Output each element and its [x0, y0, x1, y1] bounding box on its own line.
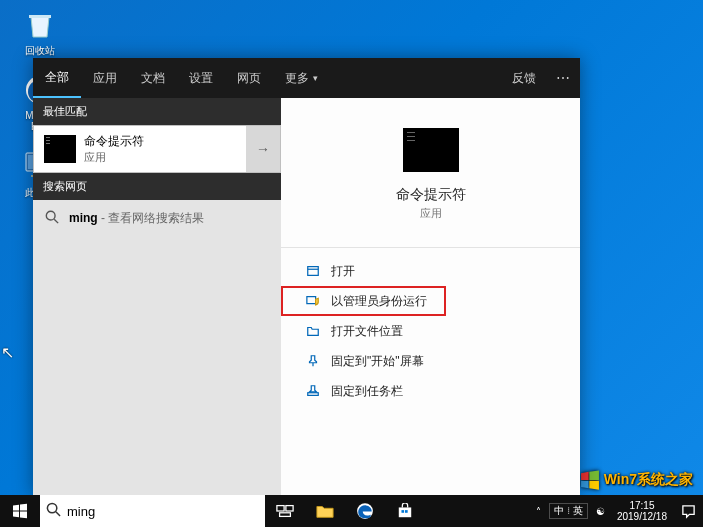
task-view-icon	[276, 504, 294, 518]
tab-more[interactable]: 更多▾	[273, 58, 330, 98]
recycle-bin-icon	[22, 6, 58, 42]
ime-lang-1: 中	[554, 505, 564, 516]
clock-date: 2019/12/18	[617, 511, 667, 522]
chevron-down-icon: ▾	[313, 73, 318, 83]
action-run-as-admin[interactable]: 以管理员身份运行	[281, 286, 446, 316]
admin-shield-icon	[305, 293, 321, 309]
taskbar-app-edge[interactable]	[345, 495, 385, 527]
search-flyout: 全部 应用 文档 设置 网页 更多▾ 反馈 ⋯ 最佳匹配 命令提示符 应用 → …	[33, 58, 580, 496]
expand-preview-button[interactable]: →	[246, 126, 280, 172]
svg-rect-13	[286, 506, 293, 511]
ime-mode-icon[interactable]: ☯	[596, 506, 605, 517]
task-view-button[interactable]	[265, 495, 305, 527]
desktop-icon-recycle-bin[interactable]: 回收站	[12, 6, 68, 58]
taskbar-clock[interactable]: 17:15 2019/12/18	[613, 500, 671, 522]
ime-indicator[interactable]: 中 ⁞ 英	[549, 503, 588, 519]
watermark-text: Win7系统之家	[604, 471, 693, 489]
svg-rect-14	[280, 513, 291, 517]
tab-settings[interactable]: 设置	[177, 58, 225, 98]
svg-point-5	[46, 211, 55, 220]
file-explorer-icon	[316, 503, 334, 519]
web-result-query: ming	[69, 211, 98, 225]
taskbar: ˄ 中 ⁞ 英 ☯ 17:15 2019/12/18	[0, 495, 703, 527]
taskbar-app-store[interactable]	[385, 495, 425, 527]
action-pin-to-taskbar[interactable]: 固定到任务栏	[281, 376, 580, 406]
action-center-button[interactable]	[679, 502, 697, 520]
action-label: 打开文件位置	[331, 325, 403, 337]
taskbar-search-box[interactable]	[40, 495, 265, 527]
mouse-cursor-icon: ↖	[1, 343, 14, 362]
watermark: Win7系统之家	[579, 469, 693, 491]
search-results-panel: 最佳匹配 命令提示符 应用 → 搜索网页 ming - 查看网络搜索结果	[33, 98, 281, 496]
svg-rect-17	[405, 510, 408, 513]
svg-rect-16	[401, 510, 404, 513]
options-button[interactable]: ⋯	[546, 70, 580, 86]
svg-point-10	[47, 503, 56, 512]
web-result-suffix: - 查看网络搜索结果	[98, 211, 205, 225]
cmd-icon	[44, 135, 76, 163]
clock-time: 17:15	[617, 500, 667, 511]
more-horizontal-icon: ⋯	[556, 70, 570, 86]
best-match-title: 命令提示符	[84, 133, 246, 150]
svg-line-6	[54, 219, 58, 223]
search-preview-panel: 命令提示符 应用 打开 以管理员身份运行 打开文件位置 固定到"开始"屏幕	[281, 98, 580, 496]
svg-line-11	[56, 511, 60, 515]
notification-icon	[681, 504, 696, 519]
open-icon	[305, 263, 321, 279]
web-search-result[interactable]: ming - 查看网络搜索结果	[33, 200, 281, 237]
tab-web[interactable]: 网页	[225, 58, 273, 98]
folder-icon	[305, 323, 321, 339]
section-best-match: 最佳匹配	[33, 98, 281, 125]
svg-rect-7	[308, 267, 319, 276]
action-open[interactable]: 打开	[281, 256, 580, 286]
taskbar-app-explorer[interactable]	[305, 495, 345, 527]
arrow-right-icon: →	[256, 141, 270, 157]
section-web: 搜索网页	[33, 173, 281, 200]
system-tray: ˄ 中 ⁞ 英 ☯ 17:15 2019/12/18	[530, 495, 703, 527]
ime-lang-2: 英	[573, 505, 583, 516]
preview-title: 命令提示符	[396, 186, 466, 204]
tab-documents[interactable]: 文档	[129, 58, 177, 98]
preview-subtitle: 应用	[420, 206, 442, 221]
action-pin-to-start[interactable]: 固定到"开始"屏幕	[281, 346, 580, 376]
preview-actions: 打开 以管理员身份运行 打开文件位置 固定到"开始"屏幕 固定到任务栏	[281, 247, 580, 414]
action-label: 固定到"开始"屏幕	[331, 355, 424, 367]
start-button[interactable]	[0, 495, 40, 527]
search-icon	[45, 210, 59, 227]
tab-more-label: 更多	[285, 70, 309, 87]
tray-overflow-button[interactable]: ˄	[536, 506, 541, 517]
best-match-result[interactable]: 命令提示符 应用 →	[33, 125, 281, 173]
action-open-file-location[interactable]: 打开文件位置	[281, 316, 580, 346]
chevron-up-icon: ˄	[536, 506, 541, 517]
feedback-link[interactable]: 反馈	[502, 70, 546, 87]
action-label: 以管理员身份运行	[331, 295, 427, 307]
preview-cmd-icon	[403, 128, 459, 172]
action-label: 固定到任务栏	[331, 385, 403, 397]
tab-all[interactable]: 全部	[33, 58, 81, 98]
best-match-subtitle: 应用	[84, 150, 246, 165]
pin-start-icon	[305, 353, 321, 369]
search-tabs: 全部 应用 文档 设置 网页 更多▾ 反馈 ⋯	[33, 58, 580, 98]
tab-apps[interactable]: 应用	[81, 58, 129, 98]
edge-icon	[356, 502, 374, 520]
svg-rect-12	[277, 506, 284, 511]
windows-logo-icon	[12, 503, 28, 519]
svg-rect-8	[307, 297, 316, 304]
pin-taskbar-icon	[305, 383, 321, 399]
svg-rect-9	[308, 393, 319, 396]
search-input[interactable]	[67, 504, 259, 519]
desktop-icon-label: 回收站	[12, 44, 68, 58]
action-label: 打开	[331, 265, 355, 277]
store-icon	[397, 503, 413, 519]
search-icon	[46, 502, 61, 521]
web-result-text: ming - 查看网络搜索结果	[69, 210, 204, 227]
